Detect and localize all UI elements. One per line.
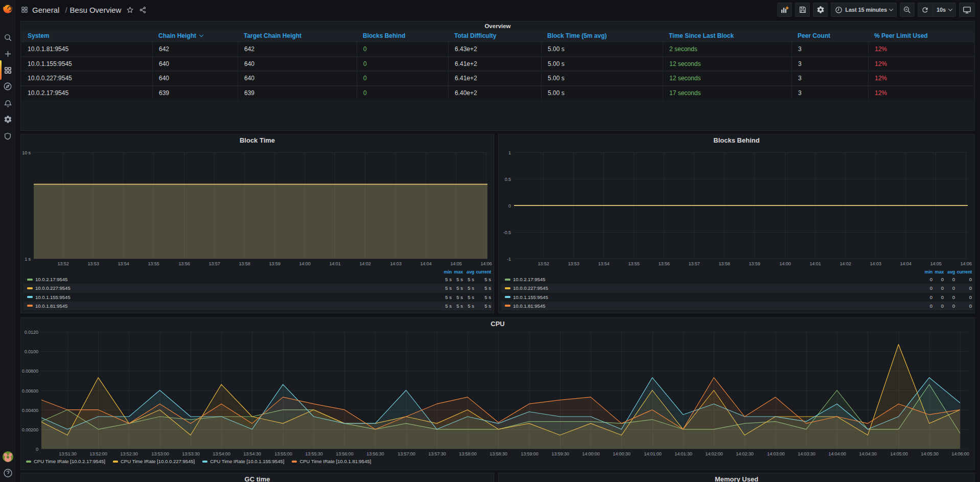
legend-value-avg: 5 s bbox=[468, 302, 474, 310]
legend-item[interactable]: CPU Time IRate [10.0.1.155:9545] bbox=[202, 458, 284, 464]
panel-title-memory-used[interactable]: Memory Used bbox=[499, 473, 974, 482]
legend-value-current: 5 s bbox=[484, 293, 491, 302]
cpu-chart[interactable]: 0.01200.01000.008000.006000.004000.00200… bbox=[21, 318, 975, 471]
sidebar-item-alerting[interactable] bbox=[0, 96, 15, 111]
refresh-interval-label: 10s bbox=[937, 7, 946, 13]
legend-series-name[interactable]: 10.0.0.227:9545 bbox=[513, 284, 548, 292]
legend-value-min: 5 s bbox=[445, 302, 452, 310]
legend-series-swatch[interactable] bbox=[505, 287, 510, 289]
y-axis-label: 0.0120 bbox=[25, 330, 38, 335]
x-axis-label: 14:04 bbox=[420, 261, 431, 266]
x-axis-label: 13:53 bbox=[87, 261, 99, 266]
legend-row[interactable]: 10.0.1.81:95450000 bbox=[501, 302, 973, 310]
legend-series-name[interactable]: 10.0.2.17:9545 bbox=[35, 275, 67, 284]
table-row: 10.0.1.81:954564264206.43e+25.00 s2 seco… bbox=[21, 41, 974, 56]
legend-row[interactable]: 10.0.1.155:95450000 bbox=[501, 293, 973, 302]
panel-memory-used: Memory Used bbox=[498, 473, 975, 482]
column-header--peer-limit-used[interactable]: % Peer Limit Used bbox=[868, 30, 975, 41]
legend-series-swatch[interactable] bbox=[27, 305, 33, 307]
column-header-system[interactable]: System bbox=[21, 30, 152, 41]
column-header-total-difficulty[interactable]: Total Difficulty bbox=[448, 30, 541, 41]
legend-row[interactable]: 10.0.2.17:95450000 bbox=[501, 275, 973, 284]
y-axis-label: -1 bbox=[507, 257, 511, 262]
share-dashboard-button[interactable] bbox=[139, 6, 147, 14]
sidebar-item-server-admin[interactable] bbox=[0, 128, 15, 144]
sidebar-item-explore[interactable] bbox=[0, 79, 15, 94]
legend-series-name[interactable]: 10.0.0.227:9545 bbox=[35, 284, 71, 292]
table-cell: 5.00 s bbox=[541, 42, 663, 56]
x-axis-label: 13:56:30 bbox=[366, 451, 384, 456]
legend-series-name[interactable]: 10.0.1.155:9545 bbox=[35, 293, 71, 302]
legend-value-max: 0 bbox=[941, 293, 944, 302]
zoom-out-button[interactable] bbox=[900, 3, 915, 17]
legend-series-name[interactable]: 10.0.1.155:9545 bbox=[513, 293, 548, 302]
column-header-label: Target Chain Height bbox=[244, 32, 301, 39]
sidebar-item-create[interactable] bbox=[0, 46, 15, 61]
legend-row[interactable]: 10.0.2.17:95455 s5 s5 s5 s bbox=[24, 275, 492, 284]
cpu-legend: CPU Time IRate [10.0.2.17:9545]CPU Time … bbox=[26, 458, 371, 464]
dashboard-header: General / Besu Overview bbox=[15, 0, 980, 19]
cycle-view-mode-button[interactable] bbox=[959, 3, 975, 17]
dashboard-toolbar: Last 15 minutes 10s bbox=[777, 3, 975, 17]
save-icon bbox=[799, 6, 807, 14]
x-axis-label: 14:00 bbox=[779, 261, 790, 266]
breadcrumb-folder[interactable]: General bbox=[32, 6, 59, 14]
settings-gear-icon bbox=[816, 6, 825, 14]
refresh-button[interactable] bbox=[918, 3, 932, 17]
legend-series-swatch[interactable] bbox=[505, 305, 510, 307]
star-dashboard-button[interactable] bbox=[126, 6, 134, 14]
y-axis-label: 0 bbox=[36, 447, 38, 452]
column-header-chain-height[interactable]: Chain Height bbox=[152, 30, 238, 41]
legend-series-swatch[interactable] bbox=[505, 296, 510, 298]
legend-item[interactable]: CPU Time IRate [10.0.2.17:9545] bbox=[26, 458, 105, 464]
column-header-target-chain-height[interactable]: Target Chain Height bbox=[238, 30, 357, 41]
table-cell: 12% bbox=[868, 86, 975, 100]
y-axis-label: 0.0100 bbox=[25, 349, 38, 354]
legend-value-avg: 0 bbox=[952, 284, 955, 292]
sidebar-item-help[interactable] bbox=[0, 465, 15, 480]
legend-row[interactable]: 10.0.0.227:95455 s5 s5 s5 s bbox=[24, 284, 492, 292]
legend-series-name[interactable]: 10.0.2.17:9545 bbox=[513, 275, 545, 284]
sidebar-item-configuration[interactable] bbox=[0, 111, 15, 127]
legend-item[interactable]: CPU Time IRate [10.0.0.227:9545] bbox=[113, 458, 195, 464]
sidebar-item-search[interactable] bbox=[0, 30, 15, 45]
breadcrumb-dashboard-title[interactable]: Besu Overview bbox=[70, 6, 122, 14]
table-cell: 639 bbox=[152, 86, 238, 100]
sidebar-item-dashboards[interactable] bbox=[0, 62, 15, 78]
legend-series-name[interactable]: 10.0.1.81:9545 bbox=[513, 302, 545, 310]
legend-value-avg: 0 bbox=[952, 302, 955, 310]
refresh-interval-dropdown[interactable]: 10s bbox=[932, 3, 956, 17]
column-header-block-time-5m-avg-[interactable]: Block Time (5m avg) bbox=[541, 30, 663, 41]
legend-series-name[interactable]: 10.0.1.81:9545 bbox=[35, 302, 67, 310]
legend-value-avg: 5 s bbox=[468, 284, 474, 292]
x-axis-label: 13:54:30 bbox=[243, 451, 261, 456]
legend-series-swatch[interactable] bbox=[505, 279, 510, 281]
legend-series-swatch[interactable] bbox=[27, 296, 33, 298]
table-cell: 642 bbox=[238, 42, 357, 56]
panel-title-overview[interactable]: Overview bbox=[21, 21, 974, 30]
table-cell: 0 bbox=[357, 42, 448, 56]
column-header-time-since-last-block[interactable]: Time Since Last Block bbox=[663, 30, 791, 41]
legend-row[interactable]: 10.0.1.81:95455 s5 s5 s5 s bbox=[24, 302, 492, 310]
refresh-picker: 10s bbox=[918, 3, 956, 17]
x-axis-label: 13:59 bbox=[269, 261, 280, 266]
column-header-peer-count[interactable]: Peer Count bbox=[791, 30, 868, 41]
legend-item[interactable]: CPU Time IRate [10.0.1.81:9545] bbox=[292, 458, 371, 464]
table-cell: 640 bbox=[238, 57, 357, 71]
grafana-logo[interactable] bbox=[0, 2, 15, 14]
dashboard-settings-button[interactable] bbox=[813, 3, 828, 17]
x-axis-label: 14:02 bbox=[359, 261, 370, 266]
legend-series-swatch[interactable] bbox=[27, 279, 33, 281]
column-header-label: Total Difficulty bbox=[454, 32, 496, 39]
legend-row[interactable]: 10.0.1.155:95455 s5 s5 s5 s bbox=[24, 293, 492, 302]
panel-overview: Overview SystemChain HeightTarget Chain … bbox=[20, 21, 975, 131]
save-dashboard-button[interactable] bbox=[795, 3, 810, 17]
legend-row[interactable]: 10.0.0.227:95450000 bbox=[501, 284, 973, 292]
legend-series-swatch[interactable] bbox=[27, 287, 33, 289]
panel-title-gc-time[interactable]: GC time bbox=[21, 473, 494, 482]
time-range-picker[interactable]: Last 15 minutes bbox=[831, 3, 897, 17]
column-header-blocks-behind[interactable]: Blocks Behind bbox=[357, 30, 448, 41]
x-axis-label: 13:53:00 bbox=[151, 451, 169, 456]
sidebar-item-profile[interactable] bbox=[0, 449, 15, 464]
add-panel-button[interactable] bbox=[777, 3, 792, 17]
